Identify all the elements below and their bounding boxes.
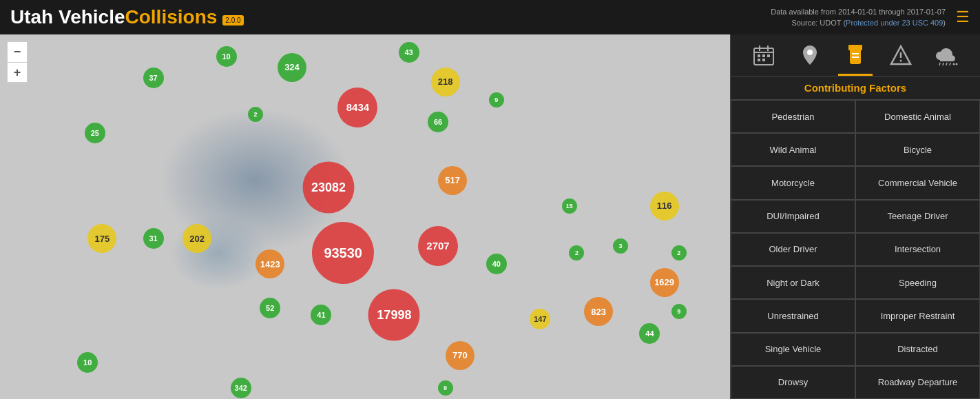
map-cluster[interactable]: 9 xyxy=(671,304,687,319)
svg-point-9 xyxy=(807,50,813,55)
svg-rect-12 xyxy=(859,45,862,50)
factor-f12[interactable]: Speeding xyxy=(855,266,980,299)
svg-rect-7 xyxy=(758,59,760,61)
map-cluster[interactable]: 10 xyxy=(77,352,98,373)
svg-point-21 xyxy=(955,63,957,65)
version-badge: 2.0.0 xyxy=(222,15,243,25)
panel-section-title: Contributing Factors xyxy=(731,76,980,100)
zoom-controls: − + xyxy=(7,41,28,83)
menu-button[interactable]: ☰ xyxy=(956,8,970,26)
data-attribution: Data available from 2014-01-01 through 2… xyxy=(771,6,946,29)
map-cluster[interactable]: 43 xyxy=(399,42,419,63)
map-cluster[interactable]: 23082 xyxy=(303,162,355,214)
svg-rect-5 xyxy=(762,54,765,57)
factor-f18[interactable]: Roadway Departure xyxy=(855,366,980,399)
factor-f5[interactable]: Motorcycle xyxy=(731,166,855,199)
factor-f17[interactable]: Drowsy xyxy=(731,366,855,399)
tab-weather[interactable] xyxy=(930,41,964,76)
tab-contributing[interactable] xyxy=(838,41,873,76)
map-cluster[interactable]: 823 xyxy=(584,297,613,326)
factor-f8[interactable]: Teenage Driver xyxy=(855,200,980,233)
map-cluster[interactable]: 93530 xyxy=(312,222,374,284)
data-info-line1: Data available from 2014-01-01 through 2… xyxy=(771,6,946,18)
map-cluster[interactable]: 9 xyxy=(438,380,453,396)
map-cluster[interactable]: 342 xyxy=(231,378,251,398)
svg-line-17 xyxy=(939,63,940,65)
map-cluster[interactable]: 41 xyxy=(311,305,331,325)
map-cluster[interactable]: 116 xyxy=(650,192,679,221)
header-right: Data available from 2014-01-01 through 2… xyxy=(771,6,970,29)
factor-f6[interactable]: Commercial Vehicle xyxy=(855,166,980,199)
map-cluster[interactable]: 147 xyxy=(530,309,550,329)
data-info-line2: Source: UDOT (Protected under 23 USC 409… xyxy=(771,17,946,29)
factor-f15[interactable]: Single Vehicle xyxy=(731,333,855,366)
factor-f11[interactable]: Night or Dark xyxy=(731,266,855,299)
svg-rect-14 xyxy=(852,57,859,58)
map-view[interactable]: − + 104321832437843426692523082517151162… xyxy=(0,34,730,399)
factors-grid: PedestrianDomestic AnimalWild AnimalBicy… xyxy=(731,100,980,399)
tab-warning[interactable] xyxy=(884,41,918,76)
map-cluster[interactable]: 324 xyxy=(278,53,306,82)
map-cluster[interactable]: 17998 xyxy=(368,289,420,341)
map-cluster[interactable]: 15 xyxy=(562,198,577,214)
svg-line-19 xyxy=(946,63,947,65)
svg-rect-11 xyxy=(848,45,851,50)
zoom-in-button[interactable]: + xyxy=(7,62,28,83)
svg-rect-8 xyxy=(762,59,765,61)
factor-f4[interactable]: Bicycle xyxy=(855,133,980,166)
map-cluster[interactable]: 9 xyxy=(489,92,504,108)
map-cluster[interactable]: 8434 xyxy=(337,88,377,127)
app-title: Utah Vehicle Collisions 2.0.0 xyxy=(10,6,244,28)
map-cluster[interactable]: 218 xyxy=(431,68,460,96)
factor-f13[interactable]: Unrestrained xyxy=(731,299,855,332)
zoom-out-button[interactable]: − xyxy=(7,41,28,62)
map-cluster[interactable]: 25 xyxy=(85,123,105,143)
svg-point-16 xyxy=(900,59,902,61)
map-cluster[interactable]: 10 xyxy=(216,46,237,67)
svg-point-22 xyxy=(952,63,955,65)
right-panel: Contributing Factors PedestrianDomestic … xyxy=(730,34,980,399)
factor-f1[interactable]: Pedestrian xyxy=(731,100,855,133)
map-cluster[interactable]: 770 xyxy=(446,341,475,370)
panel-tabs xyxy=(731,34,980,76)
map-cluster[interactable]: 37 xyxy=(143,68,164,88)
map-cluster[interactable]: 202 xyxy=(183,224,211,253)
app-header: Utah Vehicle Collisions 2.0.0 Data avail… xyxy=(0,0,980,34)
map-cluster[interactable]: 31 xyxy=(143,228,164,249)
map-cluster[interactable]: 1423 xyxy=(256,249,284,278)
tab-calendar[interactable] xyxy=(747,41,781,76)
factor-f9[interactable]: Older Driver xyxy=(731,233,855,266)
data-info-link[interactable]: Protected under 23 USC 409 xyxy=(846,19,943,27)
title-text-gold: Collisions xyxy=(125,6,218,28)
factor-f2[interactable]: Domestic Animal xyxy=(855,100,980,133)
map-cluster[interactable]: 2 xyxy=(248,107,263,122)
map-cluster[interactable]: 52 xyxy=(260,298,280,318)
map-cluster[interactable]: 175 xyxy=(87,224,116,253)
svg-line-18 xyxy=(943,63,943,65)
factor-f7[interactable]: DUI/Impaired xyxy=(731,200,855,233)
svg-rect-4 xyxy=(758,54,760,57)
factor-f16[interactable]: Distracted xyxy=(855,333,980,366)
map-cluster[interactable]: 40 xyxy=(486,254,507,274)
map-cluster[interactable]: 1629 xyxy=(650,268,679,297)
factor-f14[interactable]: Improper Restraint xyxy=(855,299,980,332)
map-cluster[interactable]: 2 xyxy=(569,245,584,260)
svg-rect-6 xyxy=(767,54,770,57)
tab-location[interactable] xyxy=(793,41,827,76)
map-cluster[interactable]: 2707 xyxy=(418,226,458,266)
map-cluster[interactable]: 66 xyxy=(428,112,448,132)
svg-rect-13 xyxy=(852,53,859,54)
map-cluster[interactable]: 44 xyxy=(639,323,660,344)
map-cluster[interactable]: 3 xyxy=(613,238,628,254)
map-cluster[interactable]: 2 xyxy=(671,245,687,260)
svg-line-20 xyxy=(950,63,950,65)
factor-f10[interactable]: Intersection xyxy=(855,233,980,266)
title-text-white: Utah Vehicle xyxy=(10,6,125,28)
factor-f3[interactable]: Wild Animal xyxy=(731,133,855,166)
map-cluster[interactable]: 517 xyxy=(438,166,467,195)
